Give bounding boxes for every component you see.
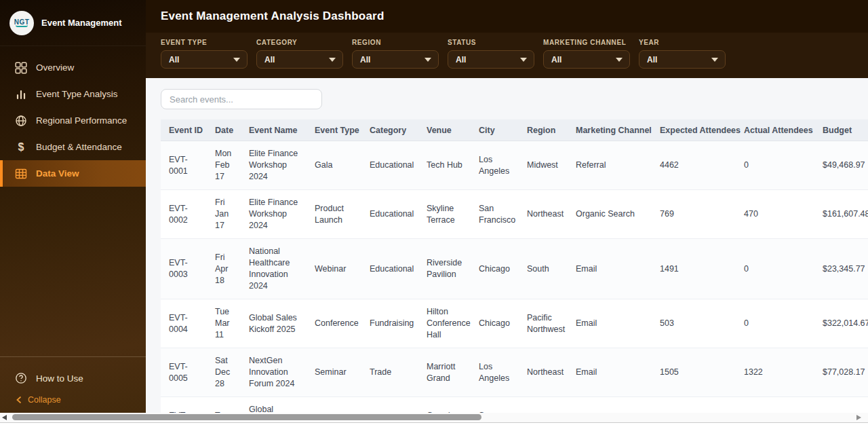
status-dropdown[interactable]: All [448,50,534,69]
collapse-button[interactable]: Collapse [0,395,146,405]
grid-icon [15,62,27,74]
table-cell: Gala [307,141,361,190]
window-frame-line [0,422,868,423]
how-to-use-button[interactable]: How to Use [0,367,146,390]
sidebar-footer: How to Use Collapse [0,356,146,413]
table-cell: Tue Mar 11 [207,299,241,348]
table-cell: 0 [736,141,814,190]
event-type-dropdown[interactable]: All [161,50,248,69]
table-cell [307,397,361,413]
filter-label: CATEGORY [256,39,343,46]
table-icon [15,168,27,180]
collapse-label: Collapse [28,395,61,405]
table-cell [519,397,568,413]
sidebar-item-label: Budget & Attendance [36,142,122,152]
dropdown-value: All [456,55,466,64]
col-header: Marketing Channel [568,119,652,141]
col-header: Expected Attendees [652,119,736,141]
bar-chart-icon [15,88,27,100]
title-bar: Event Management Analysis Dashboard [146,0,868,33]
dropdown-caret-icon [520,58,527,62]
table-cell: Grand [418,397,471,413]
app-window: NGT Event Management Overview [0,0,868,425]
sidebar: NGT Event Management Overview [0,0,146,413]
table-cell: 1322 [736,348,814,397]
col-header: Event Type [307,119,361,141]
table-cell: Tech Hub [418,141,471,190]
sidebar-item-label: Data View [36,168,79,179]
table-cell: Organic Search [568,190,652,239]
table-cell: Los Angeles [471,141,519,190]
table-cell: Educational [361,239,418,299]
table-cell: EVT-0004 [161,299,207,348]
dropdown-caret-icon [329,58,336,62]
table-cell: EVT- [161,397,207,413]
table-cell: Pacific Northwest [519,299,568,348]
table-cell: 1491 [652,239,736,299]
col-header: Budget [814,119,868,141]
table-cell: 1505 [652,348,736,397]
table-cell: Email [568,239,652,299]
sidebar-item-label: Regional Performance [36,115,127,126]
table-cell: $77,028.17 [814,348,868,397]
dropdown-value: All [647,55,657,64]
table-cell [736,397,814,413]
table-cell: San [471,397,519,413]
chevron-left-icon [15,396,23,404]
scroll-right-arrow-icon[interactable] [856,415,861,420]
table-cell: 769 [652,190,736,239]
filter-bar: EVENT TYPE All CATEGORY All REGION All [146,33,868,78]
sidebar-item-event-type-analysis[interactable]: Event Type Analysis [0,81,146,107]
col-header: Category [361,119,418,141]
table-row: EVT-0002Fri Jan 17 Elite Finance Worksho… [161,190,868,239]
table-row: EVT-0003Fri Apr 18 National Healthcare I… [161,239,868,299]
brand-title: Event Management [41,18,121,28]
table-cell: Riverside Pavilion [418,239,471,299]
table-cell: $49,468.97 [814,141,868,190]
dropdown-value: All [264,55,275,64]
table-cell: Referral [568,141,652,190]
region-dropdown[interactable]: All [352,50,439,69]
table-cell: Los Angeles [471,348,519,397]
table-cell: Conference [307,299,361,348]
dropdown-caret-icon [616,58,623,62]
search-input[interactable] [161,89,322,109]
year-dropdown[interactable]: All [639,50,726,69]
col-header: Actual Attendees [736,119,814,141]
table-cell: Mon Feb 17 [207,141,241,190]
table-cell: 503 [652,299,736,348]
filter-label: MARKETING CHANNEL [543,39,630,46]
sidebar-item-data-view[interactable]: Data View [0,160,146,187]
page-title: Event Management Analysis Dashboard [161,10,384,23]
table-cell: Northeast [519,348,568,397]
table-cell: National Healthcare Innovation 2024 [241,239,307,299]
content-area: Event ID Date Event Name Event Type Cate… [146,78,868,413]
table-cell [652,397,736,413]
table-cell: Skyline Terrace [418,190,471,239]
scrollbar-thumb[interactable] [12,414,481,420]
table-cell: Tue [207,397,241,413]
logo-swoosh [16,25,28,27]
table-cell: $161,607.48 [814,190,868,239]
table-cell: Sat Dec 28 [207,348,241,397]
sidebar-item-overview[interactable]: Overview [0,54,146,81]
filter-year: YEAR All [639,39,726,78]
sidebar-item-regional-performance[interactable]: Regional Performance [0,107,146,134]
events-table: Event ID Date Event Name Event Type Cate… [161,119,868,413]
sidebar-item-label: Event Type Analysis [36,89,118,99]
marketing-channel-dropdown[interactable]: All [543,50,630,69]
table-cell: EVT-0002 [161,190,207,239]
filter-event-type: EVENT TYPE All [161,39,248,78]
ngt-logo-icon: NGT [9,11,34,35]
filter-label: STATUS [448,39,534,46]
table-row: EVT-Tue Global Supply Grand San [161,397,868,413]
dollar-icon: $ [15,141,27,153]
sidebar-item-budget-attendance[interactable]: $ Budget & Attendance [0,134,146,160]
scroll-left-arrow-icon[interactable] [2,415,7,420]
table-cell: $23,345.77 [814,239,868,299]
table-cell: NextGen Innovation Forum 2024 [241,348,307,397]
category-dropdown[interactable]: All [256,50,343,69]
col-header: Venue [418,119,471,141]
table-cell: Midwest [519,141,568,190]
table-row: EVT-0001Mon Feb 17 Elite Finance Worksho… [161,141,868,190]
